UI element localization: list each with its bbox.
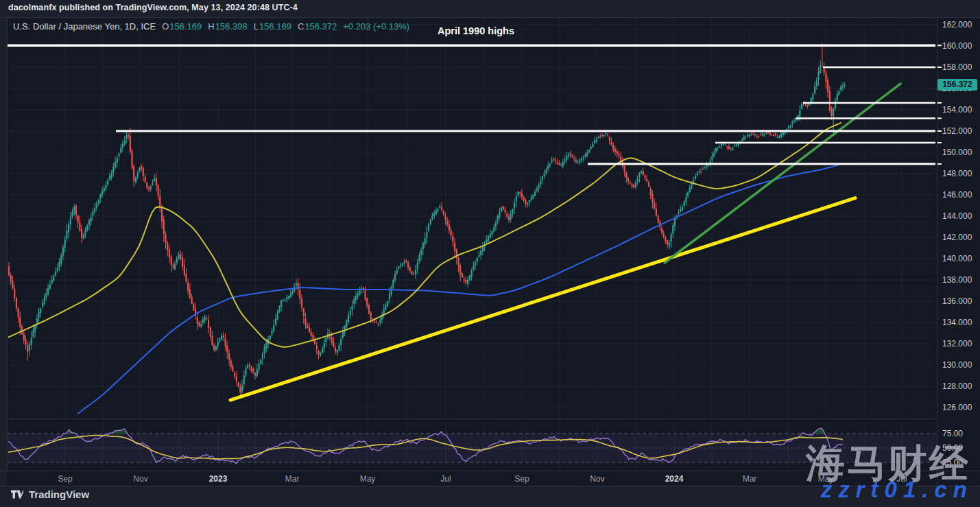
price-axis-label: 146.000 <box>942 190 972 200</box>
ma-slow-blue-line <box>77 165 839 414</box>
price-axis-label: 144.000 <box>942 211 972 221</box>
price-axis-label: 130.000 <box>942 360 972 370</box>
high-label: H <box>208 21 214 32</box>
time-axis-label: Sep <box>45 474 86 484</box>
price-axis-label: 150.000 <box>942 148 972 157</box>
time-axis-label: Nov <box>120 474 161 484</box>
price-axis-label: 134.000 <box>942 318 972 327</box>
time-axis-label: Sep <box>501 474 542 484</box>
time-axis-label: Mar <box>729 474 770 484</box>
price-axis-label: 136.000 <box>942 296 972 306</box>
high-value: 156.398 <box>215 21 248 32</box>
price-axis-label: 138.000 <box>942 275 972 285</box>
last-price-label: 156.372 <box>937 79 977 91</box>
chart-annotation-april-1990-highs[interactable]: April 1990 highs <box>383 25 569 36</box>
close-value: 156.372 <box>304 21 337 32</box>
time-axis-label: 2023 <box>198 474 239 484</box>
low-label: L <box>254 21 259 32</box>
price-axis-label: 158.000 <box>942 62 972 72</box>
grid-layer <box>7 17 937 471</box>
time-axis-label: Nov <box>577 474 618 484</box>
publish-attribution: dacolmanfx published on TradingView.com,… <box>8 3 298 12</box>
time-axis-label: 2024 <box>654 474 695 484</box>
chart-canvas[interactable] <box>0 0 980 507</box>
watermark-site-url: zzrt01.cn <box>821 477 973 503</box>
price-axis-label: 128.000 <box>942 381 972 391</box>
price-axis-label: 162.000 <box>942 20 972 30</box>
price-axis-label: 126.000 <box>942 403 972 412</box>
price-axis-label: 142.000 <box>942 233 972 242</box>
price-axis-label: 154.000 <box>942 105 972 115</box>
time-axis-label: May <box>347 474 388 484</box>
frame-layer <box>0 17 980 486</box>
rising-support-yellow <box>230 198 855 401</box>
time-axis-label: Mar <box>272 474 313 484</box>
open-value: 156.169 <box>169 21 202 32</box>
tradingview-footer-label: TradingView <box>29 488 89 500</box>
tradingview-screenshot: dacolmanfx published on TradingView.com,… <box>0 0 980 507</box>
tradingview-footer-link[interactable]: TradingView <box>11 488 89 500</box>
price-axis-label: 160.000 <box>942 41 972 51</box>
time-axis-label: Jul <box>425 474 466 484</box>
symbol-title[interactable]: U.S. Dollar / Japanese Yen, 1D, ICE <box>13 21 156 32</box>
price-axis-label: 152.000 <box>942 126 972 136</box>
tradingview-logo-icon <box>11 489 24 499</box>
price-axis-label: 148.000 <box>942 169 972 178</box>
symbol-legend: U.S. Dollar / Japanese Yen, 1D, ICE O156… <box>13 21 409 32</box>
rsi-axis-label: 75.00 <box>942 429 963 438</box>
price-axis-label: 140.000 <box>942 254 972 263</box>
moving-averages-layer <box>8 123 841 414</box>
price-axis-label: 132.000 <box>942 339 972 349</box>
close-label: C <box>298 21 304 32</box>
low-value: 156.169 <box>259 21 291 32</box>
open-label: O <box>162 21 169 32</box>
